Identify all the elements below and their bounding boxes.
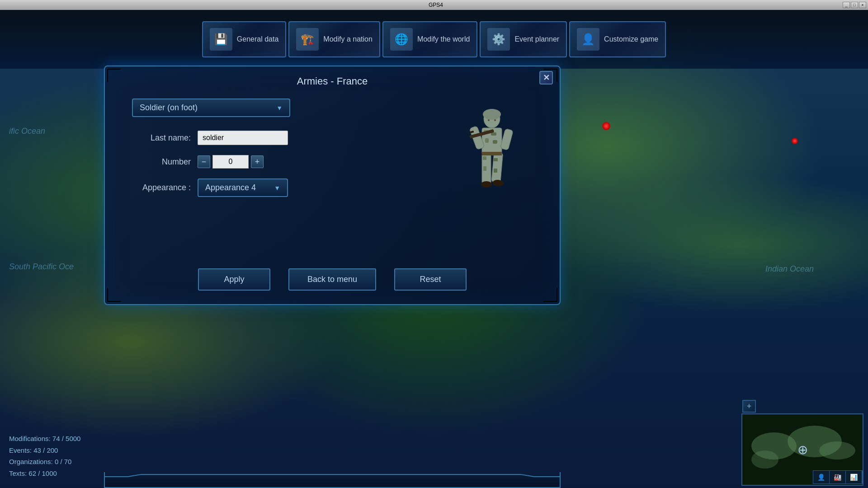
bottom-decoration (104, 472, 561, 488)
window-title: GPS4 (29, 2, 843, 8)
map-marker-2 (792, 138, 798, 144)
svg-rect-6 (493, 140, 497, 144)
mini-icon-2[interactable]: 🏭 (830, 471, 846, 483)
appearance-dropdown-arrow: ▼ (274, 184, 280, 192)
back-to-menu-button[interactable]: Back to menu (288, 268, 376, 291)
modify-world-icon: 🌐 (390, 28, 413, 51)
top-navigation: 💾 General data 🏗️ Modify a nation 🌐 Modi… (0, 10, 868, 69)
dialog-buttons: Apply Back to menu Reset (105, 268, 560, 291)
armies-dialog: ✕ Armies - France Soldier (on foot) ▼ La… (104, 66, 561, 305)
appearance-selected: Appearance 4 (205, 183, 256, 192)
svg-rect-21 (494, 169, 497, 173)
last-name-input[interactable] (198, 131, 288, 145)
svg-rect-4 (491, 132, 496, 136)
soldier-preview (465, 108, 519, 198)
svg-rect-18 (483, 156, 486, 160)
mini-icon-3[interactable]: 📊 (846, 471, 862, 483)
texts-status: Texts: 62 / 1000 (9, 468, 80, 479)
nav-general-data-label: General data (237, 35, 279, 43)
dialog-title: Armies - France (105, 66, 560, 94)
number-row: Number − + (132, 155, 433, 169)
svg-rect-20 (483, 166, 486, 171)
last-name-label: Last name: (132, 133, 191, 143)
svg-line-23 (127, 474, 141, 477)
svg-point-13 (481, 181, 492, 188)
nav-customize-game[interactable]: 👤 Customize game (569, 21, 666, 57)
nav-modify-nation[interactable]: 🏗️ Modify a nation (288, 21, 380, 57)
number-increase-button[interactable]: + (251, 155, 264, 168)
map-marker-1 (602, 122, 610, 130)
dialog-close-button[interactable]: ✕ (539, 71, 553, 84)
mini-map-crosshair: ⊕ (797, 442, 808, 457)
mini-icon-1[interactable]: 👤 (813, 471, 830, 483)
svg-rect-19 (494, 158, 498, 161)
unit-type-dropdown[interactable]: Soldier (on foot) ▼ (132, 99, 290, 117)
appearance-dropdown[interactable]: Appearance 4 ▼ (198, 178, 288, 197)
preview-section (451, 99, 533, 207)
unit-type-dropdown-arrow: ▼ (276, 104, 283, 112)
title-bar: GPS4 _ □ × (0, 0, 868, 10)
number-decrease-button[interactable]: − (198, 155, 210, 168)
svg-rect-8 (500, 128, 513, 150)
svg-point-17 (494, 119, 496, 121)
nav-general-data[interactable]: 💾 General data (202, 21, 287, 57)
nav-event-planner[interactable]: ⚙️ Event planner (480, 21, 567, 57)
mini-map-zoom-button[interactable]: + (742, 400, 756, 413)
number-label: Number (132, 157, 191, 167)
number-input[interactable] (212, 155, 249, 169)
appearance-label: Appearance : (132, 183, 191, 192)
events-status: Events: 43 / 200 (9, 445, 80, 456)
nav-modify-world-label: Modify the world (417, 35, 470, 43)
svg-rect-5 (485, 138, 489, 143)
organizations-status: Organizations: 0 / 70 (9, 456, 80, 468)
svg-point-1 (483, 109, 501, 120)
svg-point-16 (488, 119, 490, 121)
svg-line-25 (521, 474, 534, 477)
nav-customize-game-label: Customize game (604, 35, 658, 43)
title-bar-controls: _ □ × (843, 2, 866, 8)
nav-modify-nation-label: Modify a nation (323, 35, 373, 43)
appearance-row: Appearance : Appearance 4 ▼ (132, 178, 433, 197)
event-planner-icon: ⚙️ (487, 28, 510, 51)
restore-button[interactable]: □ (851, 2, 858, 8)
customize-game-icon: 👤 (577, 28, 599, 51)
mini-map[interactable]: + ⊕ 👤 🏭 📊 (741, 413, 863, 486)
bottom-decoration-svg (105, 472, 560, 488)
unit-type-selected: Soldier (on foot) (140, 103, 198, 113)
number-control: − + (198, 155, 264, 169)
modifications-status: Modifications: 74 / 5000 (9, 433, 80, 445)
status-bar: Modifications: 74 / 5000 Events: 43 / 20… (9, 433, 80, 479)
nav-modify-world[interactable]: 🌐 Modify the world (382, 21, 478, 57)
window-close-button[interactable]: × (859, 2, 866, 8)
last-name-row: Last name: (132, 131, 433, 145)
minimize-button[interactable]: _ (843, 2, 850, 8)
general-data-icon: 💾 (210, 28, 232, 51)
apply-button[interactable]: Apply (198, 268, 270, 291)
nav-event-planner-label: Event planner (514, 35, 559, 43)
reset-button[interactable]: Reset (394, 268, 467, 291)
svg-rect-15 (482, 152, 502, 155)
dialog-content: Soldier (on foot) ▼ Last name: Number − … (105, 94, 560, 211)
modify-nation-icon: 🏗️ (296, 28, 319, 51)
mini-map-icons: 👤 🏭 📊 (813, 470, 863, 484)
svg-point-30 (819, 441, 855, 460)
svg-point-31 (751, 450, 778, 469)
form-section: Soldier (on foot) ▼ Last name: Number − … (132, 99, 433, 207)
soldier-svg (465, 108, 519, 202)
svg-rect-12 (491, 152, 503, 182)
corner-tl (107, 69, 121, 82)
